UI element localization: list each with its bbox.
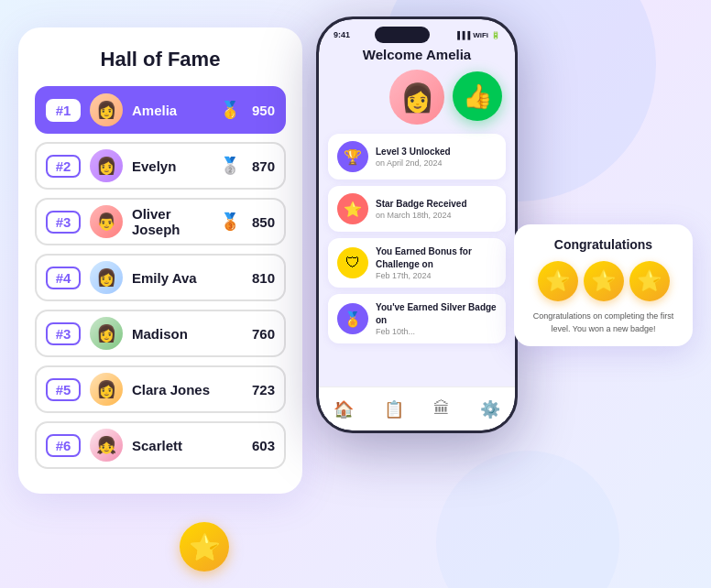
leaderboard-row-1: #1 👩 Amelia 🥇 950 <box>35 86 286 134</box>
avatar-madison: 👩 <box>90 317 123 350</box>
activity-title-1: Level 3 Unlocked <box>376 146 451 158</box>
activity-sub-1: on April 2nd, 2024 <box>376 158 451 168</box>
star-icon: ⭐ <box>189 532 221 562</box>
congrats-title: Congratulations <box>527 237 680 252</box>
activity-icon-3: 🛡 <box>337 247 368 278</box>
rank-badge-3: #3 <box>46 211 81 234</box>
phone-bottom-nav: 🏠 📋 🏛 ⚙️ <box>319 387 515 430</box>
name-evelyn: Evelyn <box>132 158 214 174</box>
activity-title-2: Star Badge Received <box>376 198 467 211</box>
nav-list-icon[interactable]: 📋 <box>384 399 404 419</box>
avatar-evelyn: 👩 <box>90 149 123 182</box>
star-coin-2: ⭐ <box>584 261 624 301</box>
nav-home-icon[interactable]: 🏠 <box>334 399 354 419</box>
activity-text-1: Level 3 Unlocked on April 2nd, 2024 <box>376 146 451 168</box>
bg-decoration-2 <box>436 451 619 588</box>
score-amelia: 950 <box>246 103 275 118</box>
name-madison: Madison <box>132 326 246 342</box>
hall-of-fame-title: Hall of Fame <box>35 48 286 71</box>
activity-card-4: 🏅 You've Earned Silver Badge on Feb 10th… <box>328 294 506 343</box>
rank-badge-4: #4 <box>46 267 81 289</box>
thumbs-up-icon: 👍 <box>463 82 492 111</box>
star-coin-1: ⭐ <box>538 261 578 301</box>
score-madison: 760 <box>246 326 275 342</box>
leaderboard-row-7: #6 👧 Scarlett 603 <box>35 421 286 469</box>
medal-evelyn: 🥈 <box>220 156 240 176</box>
name-amelia: Amelia <box>132 103 214 118</box>
leaderboard-row-5: #3 👩 Madison 760 <box>35 310 286 357</box>
congratulations-card: Congratulations ⭐ ⭐ ⭐ Congratulations on… <box>514 224 693 346</box>
activity-sub-2: on March 18th, 2024 <box>376 211 467 220</box>
phone-status-right: ▐▐▐ WiFi 🔋 <box>454 31 500 39</box>
phone-time: 9:41 <box>334 30 350 39</box>
phone-notch <box>375 27 430 43</box>
activity-text-3: You Earned Bonus for Challenge on Feb 17… <box>376 245 497 280</box>
activity-text-4: You've Earned Silver Badge on Feb 10th..… <box>376 301 497 336</box>
name-oliver: Oliver Joseph <box>132 206 214 237</box>
avatar-scarlett: 👧 <box>90 429 123 462</box>
leaderboard-row-4: #4 👩 Emily Ava 810 <box>35 254 286 301</box>
leaderboard-row-3: #3 👨 Oliver Joseph 🥉 850 <box>35 198 286 245</box>
wifi-icon: WiFi <box>473 31 488 39</box>
activity-card-2: ⭐ Star Badge Received on March 18th, 202… <box>328 186 506 232</box>
avatar-amelia: 👩 <box>90 93 123 126</box>
score-oliver: 850 <box>246 214 275 230</box>
medal-oliver: 🥉 <box>220 212 240 232</box>
congrats-stars: ⭐ ⭐ ⭐ <box>527 261 680 301</box>
score-clara: 723 <box>246 382 275 397</box>
score-evelyn: 870 <box>246 158 275 174</box>
thumbs-up-badge: 👍 <box>453 71 502 121</box>
activity-sub-3: Feb 17th, 2024 <box>376 271 497 280</box>
hall-of-fame-card: Hall of Fame #1 👩 Amelia 🥇 950 #2 👩 Evel… <box>18 27 302 494</box>
phone-status-bar: 9:41 ▐▐▐ WiFi 🔋 <box>319 19 515 43</box>
battery-icon: 🔋 <box>491 31 500 39</box>
activity-icon-2: ⭐ <box>337 193 368 224</box>
nav-settings-icon[interactable]: ⚙️ <box>480 399 500 419</box>
rank-badge-2: #2 <box>46 155 81 178</box>
star-medal-decoration: ⭐ <box>180 522 229 572</box>
rank-badge-5: #3 <box>46 322 81 345</box>
avatar-emily: 👩 <box>90 261 123 294</box>
phone-user-avatar: 👩 <box>389 70 444 125</box>
leaderboard-row-2: #2 👩 Evelyn 🥈 870 <box>35 142 286 190</box>
avatar-oliver: 👨 <box>90 205 123 238</box>
score-emily: 810 <box>246 270 275 286</box>
congrats-text: Congratulations on completing the first … <box>527 310 680 335</box>
activity-title-3: You Earned Bonus for Challenge on <box>376 245 497 271</box>
name-emily: Emily Ava <box>132 270 246 286</box>
star-coin-3: ⭐ <box>629 261 670 301</box>
medal-amelia: 🥇 <box>220 100 240 120</box>
leaderboard-row-6: #5 👩 Clara Jones 723 <box>35 365 286 413</box>
nav-leaderboard-icon[interactable]: 🏛 <box>433 399 450 419</box>
score-scarlett: 603 <box>246 438 275 453</box>
name-scarlett: Scarlett <box>132 438 246 453</box>
activity-title-4: You've Earned Silver Badge on <box>376 301 497 327</box>
rank-badge-6: #5 <box>46 378 81 401</box>
phone-welcome-text: Welcome Amelia <box>328 47 506 62</box>
signal-icon: ▐▐▐ <box>454 31 470 39</box>
activity-card-3: 🛡 You Earned Bonus for Challenge on Feb … <box>328 238 506 288</box>
name-clara: Clara Jones <box>132 382 246 397</box>
activity-sub-4: Feb 10th... <box>376 327 497 336</box>
rank-badge-7: #6 <box>46 434 81 457</box>
activity-icon-1: 🏆 <box>337 141 368 172</box>
activity-card-1: 🏆 Level 3 Unlocked on April 2nd, 2024 <box>328 134 506 180</box>
activity-icon-4: 🏅 <box>337 303 368 334</box>
rank-badge-1: #1 <box>46 99 81 122</box>
activity-text-2: Star Badge Received on March 18th, 2024 <box>376 198 467 220</box>
avatar-clara: 👩 <box>90 373 123 406</box>
